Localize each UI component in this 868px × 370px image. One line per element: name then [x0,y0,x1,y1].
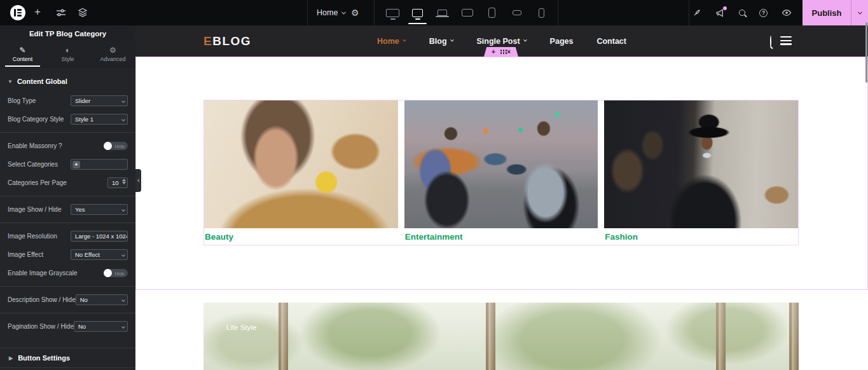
publish-options-chevron[interactable] [851,0,868,25]
nav-blog[interactable]: Blog [429,37,453,46]
masonry-toggle[interactable]: Hide [104,142,128,150]
document-switcher[interactable]: Home [317,0,345,25]
checklist-rocket-icon[interactable] [692,8,701,18]
device-tablet-landscape-icon[interactable] [455,0,479,25]
panel-tabs: ✎ Content ◐ Style ⚙ Advanced [0,42,135,67]
category-image-entertainment[interactable] [404,100,598,228]
image-resolution-select[interactable]: Large - 1024 x 1024 [71,231,128,242]
category-card-beauty[interactable]: Beauty [204,100,398,245]
device-laptop-icon[interactable] [430,0,455,25]
publish-button[interactable]: Publish [803,0,851,25]
field-label: Enable Massonry ? [8,142,62,149]
number-stepper[interactable] [122,179,126,184]
field-label: Image Resolution [8,233,57,240]
tab-label: Style [61,56,74,62]
tab-style[interactable]: ◐ Style [45,42,90,67]
delete-widget-icon[interactable]: × [507,49,511,55]
field-image-resolution: Image Resolution Large - 1024 x 1024 [8,231,128,242]
whats-new-megaphone-icon[interactable] [715,8,725,18]
topbar-divider [374,0,375,25]
window-frame-bar [789,303,799,370]
window-frame-bar [486,303,495,370]
category-image-beauty[interactable] [204,100,398,228]
site-settings-sliders-icon[interactable] [56,8,66,18]
field-pagination-show-hide: Pagination Show / Hide No [8,321,128,332]
section-content-global[interactable]: ▼ Content Global [8,78,128,85]
field-label: Blog Category Style [8,116,64,123]
nav-label: Contact [596,37,626,46]
site-menu-burger-icon[interactable] [780,36,792,45]
category-card-entertainment[interactable]: Entertainment [404,100,598,245]
elementor-editor: + Home ⚙ [0,0,868,370]
tab-content[interactable]: ✎ Content [0,42,45,67]
nav-label: Single Post [477,37,520,46]
gear-icon: ⚙ [109,46,116,54]
preview-eye-icon[interactable] [782,8,792,18]
device-mobile-portrait-icon[interactable] [529,0,554,25]
device-desktop-icon[interactable] [405,0,430,25]
category-card-fashion[interactable]: Fashion [604,100,798,245]
device-widescreen-icon[interactable] [380,0,405,25]
nav-contact[interactable]: Contact [596,37,626,46]
category-label[interactable]: Fashion [604,228,798,242]
notification-dot [723,6,727,10]
category-style-select[interactable]: Style 1 [71,114,128,125]
category-label[interactable]: Entertainment [404,228,598,242]
field-label: Blog Type [8,97,36,104]
tab-label: Content [13,56,33,62]
panel-divider [0,223,135,223]
widget-handle[interactable]: + × [484,47,518,57]
toggle-label: Hide [115,144,125,149]
finder-search-icon[interactable] [739,10,745,16]
device-mobile-landscape-icon[interactable] [504,0,529,25]
help-icon[interactable]: ? [759,9,768,17]
elementor-e-icon [14,9,22,17]
description-show-select[interactable]: No [76,294,128,305]
add-widget-icon[interactable]: + [492,49,495,55]
device-tablet-portrait-icon[interactable] [479,0,504,25]
chevron-down-icon [857,10,862,14]
image-effect-select[interactable]: No Effect [71,249,128,260]
field-select-categories: Select Categories + [8,159,128,170]
topbar-divider [689,0,689,25]
add-category-button[interactable]: + [72,161,80,168]
category-image-fashion[interactable] [604,100,798,228]
field-label: Image Effect [8,251,43,258]
chevron-down-icon [121,208,125,212]
chevron-left-icon [137,179,141,182]
nav-single-post[interactable]: Single Post [477,37,527,46]
field-label: Pagination Show / Hide [8,323,74,330]
category-label[interactable]: Beauty [204,228,398,242]
image-show-select[interactable]: Yes [71,204,128,215]
chevron-down-icon [121,118,125,121]
structure-layers-icon[interactable] [78,8,88,18]
add-element-icon[interactable]: + [34,6,41,18]
chevron-down-icon [341,10,346,14]
section-button-settings[interactable]: ▶ Button Settings [0,348,135,368]
panel-collapse-handle[interactable] [135,169,141,192]
document-name: Home [317,8,338,17]
drag-handle-dots-icon[interactable] [500,50,502,51]
categories-tag-input[interactable]: + [71,159,128,170]
nav-pages[interactable]: Pages [550,37,574,46]
collapse-triangle-icon: ▼ [8,79,13,85]
page-settings-gear-icon[interactable]: ⚙ [351,0,359,25]
site-search-icon[interactable] [770,36,771,48]
chevron-down-icon [450,38,454,41]
editor-topbar: + Home ⚙ [0,0,868,25]
nav-home[interactable]: Home [377,37,406,46]
elementor-logo[interactable] [10,5,25,20]
panel-title: Edit TP Blog Category [0,25,135,42]
responsive-device-switcher [380,0,554,25]
blog-type-select[interactable]: Slider [71,95,128,106]
pagination-show-select[interactable]: No [74,321,128,332]
canvas-scrollbar-thumb[interactable] [865,22,867,83]
tab-advanced[interactable]: ⚙ Advanced [90,42,135,67]
section-title: Content Global [17,78,67,85]
field-label: Select Categories [8,161,58,168]
toggle-knob [104,269,112,277]
grayscale-toggle[interactable]: Hide [104,269,128,277]
chevron-down-icon [121,325,125,329]
category-card-life-style[interactable]: Life Style [203,303,799,370]
per-page-number-input[interactable]: 10 [107,177,128,188]
